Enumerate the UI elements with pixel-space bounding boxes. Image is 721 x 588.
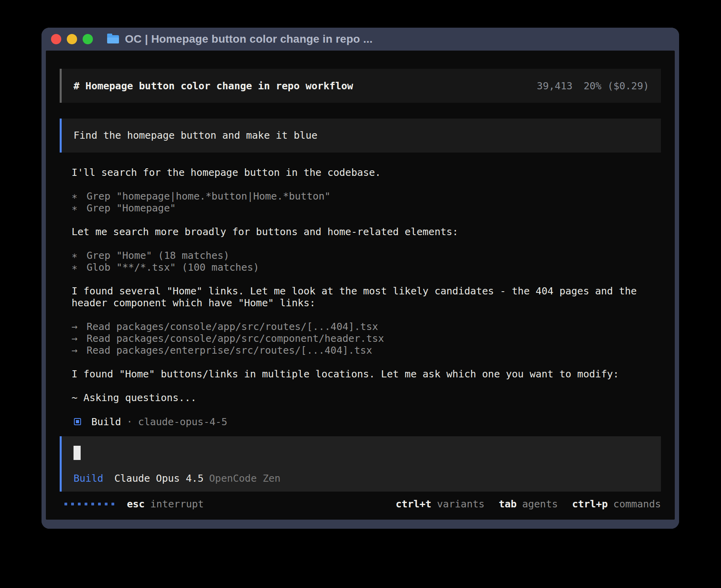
spinner-dot-icon <box>71 503 74 505</box>
assistant-paragraph: I found several "Home" links. Let me loo… <box>72 285 649 309</box>
assistant-paragraph-line: I found several "Home" links. Let me loo… <box>72 285 649 297</box>
agent-status-row: Build · claude-opus-4-5 <box>72 416 649 428</box>
interrupt-hint: esc interrupt <box>127 498 204 510</box>
model-name[interactable]: Claude Opus 4.5 <box>114 473 204 484</box>
spinner-dot-icon <box>85 503 87 505</box>
shortcut-commands: ctrl+p commands <box>572 498 661 510</box>
tool-call-glob: ∗Glob "**/*.tsx" (100 matches) <box>72 262 649 273</box>
folder-icon <box>107 35 119 43</box>
asterisk-icon: ∗ <box>72 250 87 262</box>
shortcut-agents: tab agents <box>499 498 558 510</box>
assistant-paragraph: I found "Home" buttons/links in multiple… <box>72 368 649 380</box>
prompt-input[interactable]: Build Claude Opus 4.5 OpenCode Zen <box>60 436 661 492</box>
traffic-lights <box>51 34 93 44</box>
terminal-content: # Homepage button color change in repo w… <box>46 51 675 520</box>
arrow-right-icon: → <box>72 333 87 345</box>
tool-call-group: ∗Grep "Home" (18 matches) ∗Glob "**/*.ts… <box>72 250 649 273</box>
tool-call-grep: ∗Grep "Home" (18 matches) <box>72 250 649 262</box>
status-bar: esc interrupt ctrl+t variants tab agents… <box>60 498 661 510</box>
session-title: # Homepage button color change in repo w… <box>74 80 353 92</box>
shortcut-hints: ctrl+t variants tab agents ctrl+p comman… <box>396 498 661 510</box>
window-bottom-edge <box>42 520 679 529</box>
session-header: # Homepage button color change in repo w… <box>60 69 661 103</box>
spinner-dot-icon <box>98 503 101 505</box>
tool-call-read: →Read packages/console/app/src/routes/[.… <box>72 321 649 333</box>
arrow-right-icon: → <box>72 321 87 333</box>
arrow-right-icon: → <box>72 345 87 356</box>
user-message: Find the homepage button and make it blu… <box>60 119 661 153</box>
spinner-dot-icon <box>105 503 108 505</box>
text-cursor <box>74 446 81 460</box>
tool-call-group: →Read packages/console/app/src/routes/[.… <box>72 321 649 356</box>
interrupt-label: interrupt <box>150 498 204 510</box>
tool-call-read: →Read packages/enterprise/src/routes/[..… <box>72 345 649 356</box>
shortcut-variants: ctrl+t variants <box>396 498 485 510</box>
close-button-icon[interactable] <box>51 34 61 44</box>
user-message-text: Find the homepage button and make it blu… <box>74 130 649 141</box>
minimize-button-icon[interactable] <box>67 34 77 44</box>
build-agent-icon <box>74 418 81 425</box>
title-bar: OC | Homepage button color change in rep… <box>42 28 679 51</box>
tool-call-grep: ∗Grep "homepage|home.*button|Home.*butto… <box>72 190 649 202</box>
app-window: OC | Homepage button color change in rep… <box>42 28 679 529</box>
tool-call-grep: ∗Grep "Homepage" <box>72 202 649 214</box>
tool-call-group: ∗Grep "homepage|home.*button|Home.*butto… <box>72 190 649 214</box>
assistant-message: I'll search for the homepage button in t… <box>60 153 661 428</box>
agent-mode-label[interactable]: Build <box>74 473 103 484</box>
spinner-dot-icon <box>64 503 67 505</box>
agent-model: claude-opus-4-5 <box>138 416 227 428</box>
asterisk-icon: ∗ <box>72 262 87 273</box>
assistant-paragraph-line: header component which have "Home" links… <box>72 297 649 309</box>
session-stats: 39,413 20% ($0.29) <box>537 80 649 92</box>
esc-key-label: esc <box>127 498 145 510</box>
agent-name: Build <box>91 416 121 428</box>
window-title: OC | Homepage button color change in rep… <box>125 33 373 45</box>
asterisk-icon: ∗ <box>72 190 87 202</box>
spinner-dots <box>64 503 114 505</box>
token-count: 39,413 <box>537 80 572 92</box>
asterisk-icon: ∗ <box>72 202 87 214</box>
model-provider: OpenCode Zen <box>209 473 281 484</box>
model-info-row: Build Claude Opus 4.5 OpenCode Zen <box>74 473 649 484</box>
working-status: ~ Asking questions... <box>72 392 649 404</box>
spinner-dot-icon <box>111 503 114 505</box>
zoom-button-icon[interactable] <box>83 34 93 44</box>
assistant-paragraph: Let me search more broadly for buttons a… <box>72 226 649 238</box>
context-cost: 20% ($0.29) <box>583 80 649 92</box>
assistant-paragraph: I'll search for the homepage button in t… <box>72 167 649 179</box>
spinner-dot-icon <box>78 503 81 505</box>
dot-separator: · <box>126 416 132 428</box>
tool-call-read: →Read packages/console/app/src/component… <box>72 333 649 345</box>
spinner-dot-icon <box>91 503 94 505</box>
